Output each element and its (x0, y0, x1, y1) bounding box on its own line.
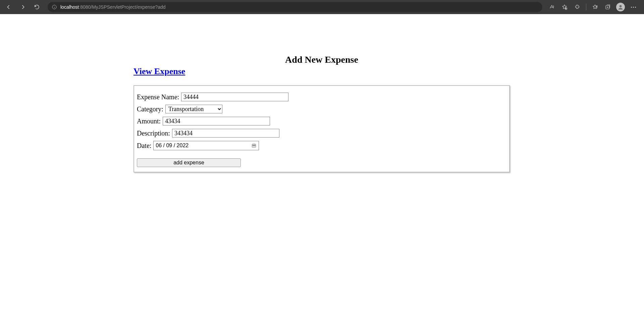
expense-name-input[interactable] (181, 93, 288, 101)
extensions-button[interactable] (573, 2, 582, 12)
read-aloud-icon (549, 4, 555, 10)
collections-button[interactable] (603, 2, 612, 12)
date-row: Date: 06 / 09 / 2022 (137, 141, 506, 150)
favorites-icon (592, 4, 598, 10)
arrow-right-icon (20, 4, 26, 10)
star-plus-icon (561, 4, 568, 10)
svg-point-12 (620, 5, 622, 7)
svg-rect-19 (255, 146, 255, 146)
read-aloud-button[interactable] (547, 2, 556, 12)
category-label: Category: (137, 105, 163, 113)
date-label: Date: (137, 142, 151, 150)
forward-button[interactable] (17, 1, 29, 13)
amount-label: Amount: (137, 117, 161, 125)
expense-form: Expense Name: Category: Transportation A… (133, 85, 510, 172)
add-expense-button[interactable]: add expense (137, 158, 241, 167)
amount-input[interactable] (163, 117, 270, 125)
star-add-button[interactable] (560, 2, 569, 12)
page-title: Add New Expense (133, 54, 510, 65)
back-button[interactable] (3, 1, 15, 13)
site-info-icon (52, 4, 57, 10)
description-input[interactable] (172, 129, 279, 138)
url-host: localhost (60, 4, 79, 10)
svg-rect-17 (253, 146, 253, 146)
calendar-icon (251, 143, 257, 148)
category-row: Category: Transportation (137, 105, 506, 113)
page-content: Add New Expense View Expense Expense Nam… (0, 14, 644, 186)
expense-name-row: Expense Name: (137, 93, 506, 101)
description-row: Description: (137, 129, 506, 138)
url-path: :8080/MyJSPServletProject/expense?add (79, 4, 165, 10)
reload-button[interactable] (31, 1, 43, 13)
browser-toolbar: localhost:8080/MyJSPServletProject/expen… (0, 0, 644, 14)
svg-rect-18 (254, 146, 254, 146)
reload-icon (34, 4, 40, 10)
puzzle-icon (574, 4, 580, 10)
collections-icon (605, 4, 611, 10)
description-label: Description: (137, 129, 170, 137)
view-expense-link[interactable]: View Expense (133, 66, 185, 76)
url-text: localhost:8080/MyJSPServletProject/expen… (60, 4, 166, 10)
avatar-icon (616, 3, 625, 11)
amount-row: Amount: (137, 117, 506, 125)
category-select[interactable]: Transportation (165, 105, 222, 113)
address-bar[interactable]: localhost:8080/MyJSPServletProject/expen… (48, 2, 542, 12)
more-button[interactable] (629, 2, 638, 12)
favorites-button[interactable] (590, 2, 600, 12)
date-input[interactable]: 06 / 09 / 2022 (153, 141, 259, 150)
date-value: 06 / 09 / 2022 (156, 143, 189, 149)
arrow-left-icon (6, 4, 12, 10)
expense-name-label: Expense Name: (137, 93, 179, 101)
toolbar-right (547, 2, 641, 12)
more-icon (631, 7, 636, 8)
profile-button[interactable] (616, 2, 625, 12)
toolbar-divider (586, 4, 586, 10)
